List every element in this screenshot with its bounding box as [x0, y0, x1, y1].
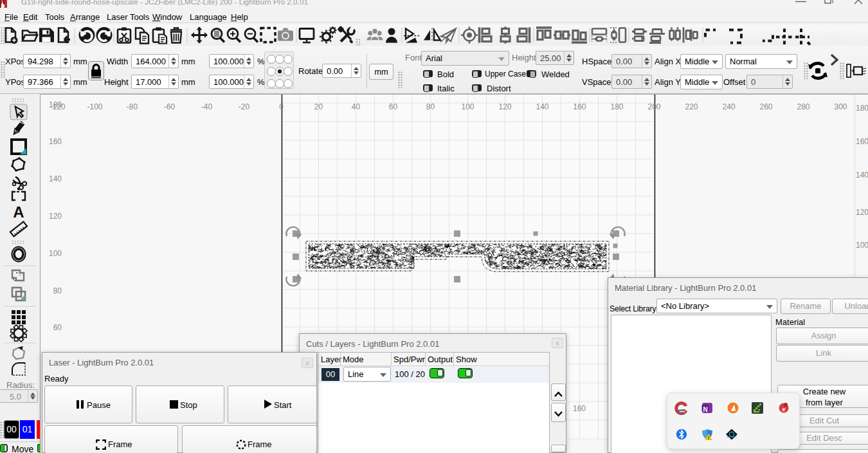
svg-text:e: e — [782, 405, 786, 412]
svg-text:A: A — [13, 203, 24, 221]
svg-text:N: N — [703, 406, 707, 413]
svg-text:!: ! — [708, 436, 709, 440]
svg-text:NEW: NEW — [680, 410, 686, 413]
